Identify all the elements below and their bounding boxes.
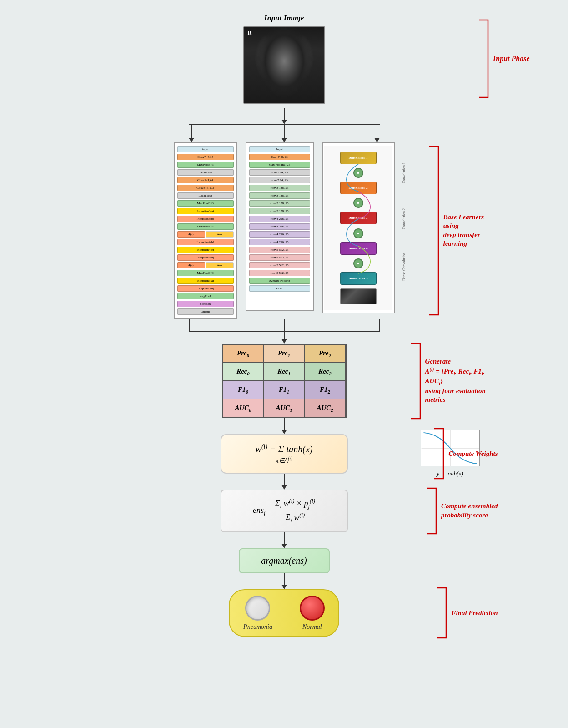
resnet-conv5-4: conv5 512, 25 (249, 270, 310, 276)
conv-vline-center (284, 318, 285, 332)
densenet-block2: Dense Block 2 (340, 182, 377, 194)
networks-row: GoogLeNet input Conv7×7,64 MaxPool3×3 Lo… (174, 142, 395, 318)
metric-pre0: Pre0 (223, 344, 264, 363)
arrow-left (189, 138, 194, 142)
googlenet-maxpool4: MaxPool3×3 (177, 270, 234, 276)
ensemble-annotation: Compute ensembledprobability score (425, 490, 498, 532)
output-section: Pneumonia Normal Final Prediction (66, 589, 503, 637)
weights-section: w(i) = Σ tanh(x) x∈A(i) y = tanh(x) Comp… (66, 434, 503, 474)
generate-metrics-annotation: Generate A(i) = {Prei, Reci, F1i, AUCi} … (409, 344, 498, 418)
base-learners-label: Base Learners usingdeep transfer learnin… (443, 213, 498, 248)
argmax-formula: argmax(ens) (261, 556, 307, 566)
compute-weights-bracket (432, 426, 446, 481)
metric-f12: F12 (305, 381, 346, 399)
output-pneumonia: Pneumonia (243, 596, 272, 631)
base-learners-annotation: Base Learners usingdeep transfer learnin… (427, 142, 498, 318)
metric-f10: F10 (223, 381, 264, 399)
v-line-right (377, 124, 377, 138)
resnet-conv3-3: conv3 128, 25 (249, 200, 310, 207)
googlenet-inception4d: Inception4(d) (177, 254, 234, 261)
googlenet-inception5b: Inception5(b) (177, 285, 234, 292)
ensemble-formula-box: ensj = Σi w(i) × pj(i) Σi w(i) (221, 490, 348, 532)
converge-vline-final (284, 332, 285, 339)
resnet-conv1: Conv7×8, 25 (249, 154, 310, 160)
googlenet-output: Output (177, 308, 234, 315)
resnet-fc: FC-2 (249, 285, 310, 292)
metric-pre2: Pre2 (305, 344, 346, 363)
pneumonia-circle (245, 596, 270, 621)
densenet-circle4: ● (353, 258, 363, 268)
arrow-to-argmax-head (281, 544, 287, 548)
metric-rec2: Rec2 (305, 363, 346, 381)
resnet-conv5-1: conv5 512, 25 (249, 247, 310, 253)
googlenet-inception4e: 4(e) (177, 262, 205, 268)
resnet-conv3-4: conv3 128, 25 (249, 208, 310, 214)
googlenet-lrn2: LocalResp (177, 192, 234, 199)
googlenet-inception4e-aux: Aux (206, 262, 234, 268)
googlenet-inception3b: Inception3(b) (177, 216, 234, 222)
converge-final-arrow (281, 332, 287, 344)
densenet-block4: Dense Block 4 (340, 242, 377, 255)
branch-arm-left (189, 124, 194, 142)
argmax-section: argmax(ens) (66, 548, 503, 573)
densenet-inner: Convolution 1 Dense Block 1 ● Dense Bloc… (324, 146, 392, 310)
normal-label: Normal (302, 623, 322, 631)
connector-line (284, 108, 285, 120)
argmax-formula-box: argmax(ens) (239, 548, 330, 573)
arrow-to-weights-head (281, 430, 287, 434)
googlenet-inception4a: 4(a) (177, 231, 205, 238)
googlenet-input-layer: input (177, 146, 234, 152)
densenet-circle3: ● (353, 228, 363, 238)
resnet-wrapper: ResNet-18 Input Conv7×8, 25 Max Pooling,… (246, 142, 314, 311)
final-prediction-bracket (435, 586, 448, 640)
arrow-to-ensemble-head (281, 485, 287, 490)
compute-weights-label: Compute Weights (448, 450, 498, 459)
arrow-from-input (281, 108, 287, 124)
googlenet-inception3a: Inception3(a) (177, 208, 234, 214)
densenet-conv3-label: Dense Convolution (402, 253, 406, 281)
resnet-maxpool: Max Pooling, 25 (249, 162, 310, 168)
ensemble-bracket (425, 486, 438, 536)
converge-branch (161, 318, 407, 332)
resnet-conv3-2: conv3 128, 25 (249, 192, 310, 199)
final-prediction-annotation: Final Prediction (435, 589, 498, 637)
metric-f11: F11 (264, 381, 305, 399)
ensemble-fraction: Σi w(i) × pj(i) Σi w(i) (275, 498, 315, 524)
googlenet-inception4c: Inception4(c) (177, 247, 234, 253)
v-line-center (284, 124, 285, 138)
branch-arm-right (374, 124, 380, 142)
arrow-to-weights (281, 418, 287, 434)
resnet-conv4-3: conv4 256, 25 (249, 231, 310, 238)
generate-metrics-label: Generate A(i) = {Prei, Reci, F1i, AUCi} … (425, 357, 498, 404)
metric-rec1: Rec1 (264, 363, 305, 381)
ensemble-label: Compute ensembledprobability score (441, 502, 498, 520)
googlenet-side-row2: 4(e) Aux (177, 262, 234, 268)
ensemble-denominator: Σi w(i) (275, 511, 315, 524)
vline-to-argmax (284, 532, 285, 544)
metric-auc1: AUC1 (264, 399, 305, 417)
googlenet-maxpool3: MaxPool3×3 (177, 223, 234, 230)
conv-arm-left (189, 318, 190, 332)
networks-container: GoogLeNet input Conv7×7,64 MaxPool3×3 Lo… (66, 142, 503, 318)
densenet-box: Convolution 1 Dense Block 1 ● Dense Bloc… (322, 142, 395, 313)
branch-section (161, 124, 407, 142)
vline-to-ensemble (284, 474, 285, 485)
googlenet-maxpool2: MaxPool3×3 (177, 200, 234, 207)
input-phase-annotation: Input Phase (477, 14, 529, 104)
weights-subscript: x∈A(i) (235, 456, 333, 465)
conv-arm-right (379, 318, 380, 332)
output-normal: Normal (300, 596, 325, 631)
arrow-right (374, 138, 380, 142)
output-bar: Pneumonia Normal (229, 589, 339, 637)
resnet-input: Input (249, 146, 310, 152)
conv-vline-left (189, 318, 190, 332)
resnet-box: Input Conv7×8, 25 Max Pooling, 25 conv2 … (246, 142, 314, 311)
converge-arms (161, 318, 407, 332)
vline-to-output (284, 573, 285, 585)
arrow-to-argmax (281, 532, 287, 548)
metric-rec0: Rec0 (223, 363, 264, 381)
pneumonia-label: Pneumonia (243, 623, 272, 631)
googlenet-side-row1: 4(a) Aux (177, 231, 234, 238)
googlenet-inception5a: Inception5(a) (177, 278, 234, 284)
googlenet-wrapper: GoogLeNet input Conv7×7,64 MaxPool3×3 Lo… (174, 142, 237, 318)
